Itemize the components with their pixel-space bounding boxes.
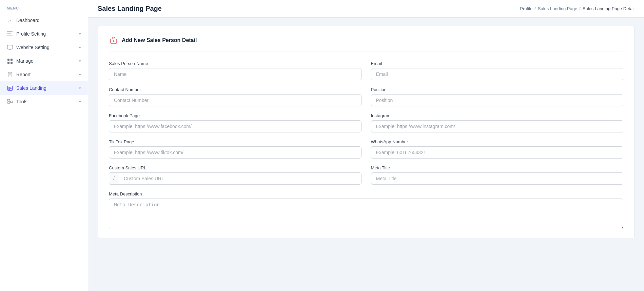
form-group-custom-sales-url: Custom Sales URL /: [109, 165, 362, 185]
breadcrumb-separator: /: [579, 6, 581, 11]
card-header-title: Add New Sales Person Detail: [122, 37, 197, 43]
monitor-icon: [7, 44, 13, 50]
sidebar-item-label: Website Setting: [16, 45, 50, 50]
label-contact-number: Contact Number: [109, 87, 362, 92]
chevron-down-icon: ▾: [79, 72, 81, 77]
svg-rect-6: [7, 59, 9, 61]
label-position: Position: [371, 87, 624, 92]
breadcrumb-separator: /: [534, 6, 536, 11]
input-whatsapp-number[interactable]: [371, 146, 624, 159]
breadcrumb-item-profile: Profile: [520, 6, 532, 11]
page-title: Sales Landing Page: [98, 5, 162, 13]
label-whatsapp-number: WhatsApp Number: [371, 139, 624, 144]
breadcrumb: Profile / Sales Landing Page / Sales Lan…: [520, 6, 635, 11]
svg-rect-2: [7, 36, 13, 36]
input-facebook-page[interactable]: [109, 120, 362, 132]
form: Sales Person Name Email Contact Number P…: [109, 61, 623, 229]
form-group-meta-description: Meta Description: [109, 191, 623, 229]
card-header-icon: [109, 36, 118, 45]
sidebar: MENU ⌂ Dashboard Profile Setting ▾ Websi…: [0, 0, 88, 291]
sidebar-item-report[interactable]: Report ▾: [0, 68, 88, 81]
input-meta-description[interactable]: [109, 199, 623, 229]
input-position[interactable]: [371, 94, 624, 106]
sidebar-item-dashboard[interactable]: ⌂ Dashboard: [0, 14, 88, 27]
svg-rect-1: [7, 34, 11, 34]
sidebar-item-website-setting[interactable]: Website Setting ▾: [0, 41, 88, 54]
label-email: Email: [371, 61, 624, 66]
label-meta-title: Meta Title: [371, 165, 624, 170]
tools-icon: [7, 99, 13, 105]
sidebar-item-label: Manage: [16, 58, 34, 64]
label-custom-sales-url: Custom Sales URL: [109, 165, 362, 170]
form-group-facebook: Facebook Page: [109, 113, 362, 132]
breadcrumb-item-detail: Sales Landing Page Detail: [583, 6, 635, 11]
label-sales-person-name: Sales Person Name: [109, 61, 362, 66]
svg-rect-7: [11, 59, 13, 61]
sidebar-item-label: Sales Landing: [16, 85, 46, 91]
chevron-down-icon: ▾: [79, 32, 81, 36]
sidebar-item-manage[interactable]: Manage ▾: [0, 54, 88, 68]
svg-rect-3: [7, 45, 13, 49]
sidebar-item-tools[interactable]: Tools ▾: [0, 95, 88, 108]
svg-rect-8: [7, 62, 9, 64]
form-group-email: Email: [371, 61, 624, 80]
svg-rect-19: [7, 102, 10, 103]
profile-icon: [7, 31, 13, 37]
input-contact-number[interactable]: [109, 94, 362, 106]
breadcrumb-item-sales-landing: Sales Landing Page: [538, 6, 577, 11]
chevron-down-icon: ▾: [79, 59, 81, 63]
sidebar-item-label: Tools: [16, 99, 27, 104]
svg-rect-9: [11, 62, 13, 64]
input-sales-person-name[interactable]: [109, 68, 362, 80]
sidebar-item-label: Dashboard: [16, 18, 40, 23]
form-group-name: Sales Person Name: [109, 61, 362, 80]
input-meta-title[interactable]: [371, 172, 624, 185]
svg-rect-0: [7, 32, 13, 32]
form-group-tiktok: Tik Tok Page: [109, 139, 362, 159]
url-prefix: /: [109, 173, 119, 184]
sidebar-item-sales-landing[interactable]: Sales Landing ▾: [0, 81, 88, 95]
sidebar-item-profile-setting[interactable]: Profile Setting ▾: [0, 27, 88, 41]
content-area: Add New Sales Person Detail Sales Person…: [88, 18, 644, 291]
input-prefix-wrap-url: /: [109, 172, 362, 185]
form-group-instagram: Instagram: [371, 113, 624, 132]
label-facebook-page: Facebook Page: [109, 113, 362, 118]
label-meta-description: Meta Description: [109, 191, 623, 196]
label-tiktok-page: Tik Tok Page: [109, 139, 362, 144]
svg-rect-20: [11, 101, 13, 103]
form-card: Add New Sales Person Detail Sales Person…: [98, 26, 635, 239]
form-group-position: Position: [371, 87, 624, 106]
report-icon: [7, 71, 13, 78]
main-content: Sales Landing Page Profile / Sales Landi…: [88, 0, 644, 291]
page-header: Sales Landing Page Profile / Sales Landi…: [88, 0, 644, 18]
label-instagram: Instagram: [371, 113, 624, 118]
sidebar-item-label: Profile Setting: [16, 31, 46, 37]
chevron-down-icon: ▾: [79, 86, 81, 90]
chevron-down-icon: ▾: [79, 100, 81, 104]
card-header: Add New Sales Person Detail: [109, 36, 623, 51]
form-group-meta-title: Meta Title: [371, 165, 624, 185]
home-icon: ⌂: [7, 17, 13, 23]
input-email[interactable]: [371, 68, 624, 80]
sidebar-item-label: Report: [16, 72, 31, 77]
sidebar-menu-label: MENU: [0, 0, 88, 14]
sales-landing-icon: [7, 85, 13, 91]
chevron-down-icon: ▾: [79, 45, 81, 50]
input-custom-sales-url[interactable]: [119, 173, 361, 184]
form-group-whatsapp: WhatsApp Number: [371, 139, 624, 159]
svg-rect-18: [7, 99, 10, 101]
input-instagram[interactable]: [371, 120, 624, 132]
form-group-contact-number: Contact Number: [109, 87, 362, 106]
manage-icon: [7, 58, 13, 64]
input-tiktok-page[interactable]: [109, 146, 362, 159]
